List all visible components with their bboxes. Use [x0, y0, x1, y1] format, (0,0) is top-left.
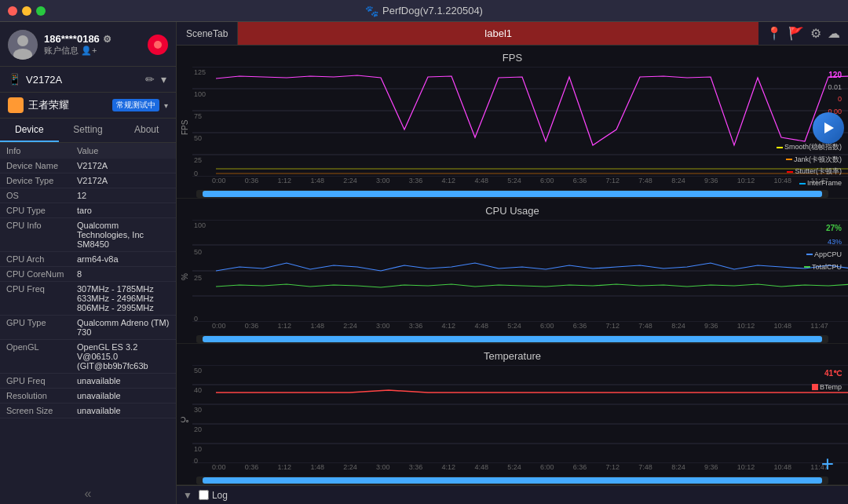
- log-bar: ▼ Log: [177, 485, 848, 504]
- cpu-legend: 27% 43% AppCPU TotalCPU: [804, 221, 842, 274]
- app-title: 🐾 PerfDog(v7.1.220504): [365, 5, 483, 17]
- table-row: Device NameV2172A: [0, 159, 176, 173]
- info-table: Info Value Device NameV2172ADevice TypeV…: [0, 143, 176, 484]
- svg-text:0: 0: [194, 457, 198, 463]
- fps-scrollbar[interactable]: [196, 190, 828, 198]
- temp-chart-inner: 50 40 30 20 10 0 0:000:361:121:482:243:0…: [192, 365, 848, 475]
- avatar: [8, 30, 38, 60]
- device-actions: ✏ ▾: [144, 71, 168, 87]
- titlebar: 🐾 PerfDog(v7.1.220504): [0, 0, 848, 22]
- tab-setting[interactable]: Setting: [59, 119, 118, 142]
- minimize-button[interactable]: [22, 6, 31, 16]
- user-account: 账户信息 👤+: [44, 45, 141, 57]
- svg-text:100: 100: [194, 221, 206, 229]
- temp-x-axis: 0:000:361:121:482:243:003:364:124:485:24…: [192, 463, 848, 471]
- add-chart-button[interactable]: +: [815, 451, 840, 477]
- tabs: Device Setting About: [0, 119, 176, 143]
- svg-text:50: 50: [194, 248, 202, 256]
- app-name: 王者荣耀: [28, 98, 108, 112]
- log-checkbox[interactable]: [199, 490, 209, 500]
- traffic-lights: [8, 6, 46, 16]
- fps-x-axis: 0:000:361:121:482:243:003:364:124:485:24…: [192, 177, 848, 184]
- user-section: 186****0186 ⚙ 账户信息 👤+: [0, 22, 176, 67]
- temp-chart-section: Temperature ℃ 50 40 30: [177, 344, 848, 485]
- temp-scrollbar[interactable]: [196, 477, 828, 484]
- device-name: V2172A: [26, 74, 139, 86]
- device-edit-button[interactable]: ✏: [144, 71, 156, 87]
- tab-about[interactable]: About: [117, 119, 176, 142]
- scene-tab[interactable]: SceneTab: [177, 22, 238, 45]
- app-icon: [8, 97, 24, 113]
- log-label: Log: [212, 490, 228, 501]
- flag-icon[interactable]: 🚩: [788, 26, 804, 41]
- temp-legend: 41℃ BTemp: [812, 367, 842, 393]
- table-row: Resolutionunavailable: [0, 389, 176, 404]
- user-info: 186****0186 ⚙ 账户信息 👤+: [44, 33, 141, 57]
- fps-chart-svg: 125 100 75 50 25 0: [192, 67, 848, 177]
- table-row: CPU InfoQualcomm Technologies, Inc SM845…: [0, 218, 176, 252]
- fps-scrollbar-thumb[interactable]: [203, 191, 822, 197]
- app-chevron-icon: ▾: [164, 101, 168, 110]
- cpu-chart-svg: 100 50 25 0: [192, 220, 848, 322]
- scene-icons: 📍 🚩 ⚙ ☁: [758, 26, 848, 41]
- settings-icon[interactable]: ⚙: [810, 26, 821, 41]
- temp-chart-svg: 50 40 30 20 10 0: [192, 365, 848, 463]
- fps-chart-inner: 125 100 75 50 25 0: [192, 67, 848, 188]
- cpu-chart-inner: 100 50 25 0 0:000:361:121:482:243:003:36…: [192, 220, 848, 334]
- device-selector[interactable]: 📱 V2172A ✏ ▾: [0, 67, 176, 93]
- svg-text:20: 20: [194, 425, 202, 433]
- record-button[interactable]: [148, 35, 168, 55]
- svg-marker-15: [824, 122, 834, 133]
- log-arrow[interactable]: ▼: [183, 490, 192, 501]
- table-row: GPU Frequnavailable: [0, 374, 176, 389]
- svg-text:50: 50: [194, 367, 202, 374]
- fps-chart-section: FPS FPS 125: [177, 46, 848, 199]
- svg-point-1: [17, 35, 28, 46]
- label-tab[interactable]: label1: [238, 22, 758, 45]
- info-table-header: Info Value: [0, 143, 176, 159]
- sidebar: 186****0186 ⚙ 账户信息 👤+ 📱 V2172A ✏ ▾: [0, 22, 177, 504]
- device-chevron-button[interactable]: ▾: [159, 71, 168, 87]
- tab-device[interactable]: Device: [0, 119, 59, 142]
- user-name: 186****0186 ⚙: [44, 33, 141, 45]
- svg-text:10: 10: [194, 445, 202, 453]
- svg-text:0: 0: [194, 170, 198, 177]
- svg-text:25: 25: [194, 156, 202, 164]
- table-row: OS12: [0, 188, 176, 203]
- scene-bar: SceneTab label1 📍 🚩 ⚙ ☁: [177, 22, 848, 46]
- cloud-icon[interactable]: ☁: [828, 26, 840, 41]
- scroll-arrow[interactable]: «: [0, 484, 176, 504]
- log-checkbox-group: Log: [199, 490, 228, 501]
- fps-y-label: FPS: [177, 67, 192, 188]
- record-dot: [154, 41, 162, 49]
- app-icon: 🐾: [365, 5, 378, 17]
- svg-text:125: 125: [194, 68, 206, 76]
- cpu-x-axis: 0:000:361:121:482:243:003:364:124:485:24…: [192, 322, 848, 330]
- svg-text:40: 40: [194, 386, 202, 394]
- maximize-button[interactable]: [36, 6, 46, 16]
- play-button[interactable]: [813, 112, 844, 144]
- temp-scrollbar-thumb[interactable]: [203, 477, 822, 484]
- svg-text:50: 50: [194, 134, 202, 142]
- content-area: SceneTab label1 📍 🚩 ⚙ ☁ FPS FPS: [177, 22, 848, 504]
- svg-text:0: 0: [194, 315, 198, 322]
- table-row: GPU TypeQualcomm Adreno (TM) 730: [0, 316, 176, 340]
- svg-text:100: 100: [194, 90, 206, 98]
- table-row: Screen Sizeunavailable: [0, 404, 176, 418]
- cpu-y-label: %: [177, 220, 192, 334]
- cpu-scrollbar-thumb[interactable]: [203, 336, 822, 342]
- table-row: Device TypeV2172A: [0, 173, 176, 188]
- location-icon[interactable]: 📍: [766, 26, 782, 41]
- svg-text:75: 75: [194, 112, 202, 120]
- app-tag: 常规测试中: [112, 99, 159, 111]
- table-row: CPU Archarm64-v8a: [0, 252, 176, 267]
- table-row: OpenGLOpenGL ES 3.2 V@0615.0 (GIT@bb9b7f…: [0, 340, 176, 374]
- close-button[interactable]: [8, 6, 17, 16]
- charts: FPS FPS 125: [177, 46, 848, 485]
- table-row: CPU CoreNum8: [0, 267, 176, 282]
- table-row: CPU Freq307MHz - 1785MHz 633MHz - 2496MH…: [0, 282, 176, 316]
- table-row: CPU Typetaro: [0, 203, 176, 218]
- cpu-scrollbar[interactable]: [196, 335, 828, 343]
- app-selector[interactable]: 王者荣耀 常规测试中 ▾: [0, 93, 176, 119]
- temp-y-label: ℃: [177, 365, 192, 475]
